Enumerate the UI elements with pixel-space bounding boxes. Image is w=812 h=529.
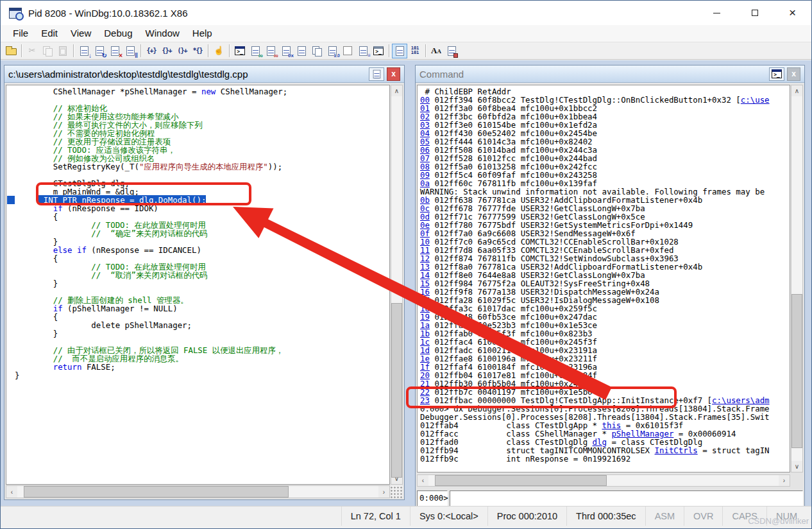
toolbar-separator [229, 44, 230, 57]
font-icon: A [437, 48, 441, 55]
source-mode-icon [396, 46, 404, 56]
command-body: # ChildEBP RetAddr00 012ff394 60f8bcc2 T… [416, 83, 804, 508]
scroll-track[interactable] [391, 96, 402, 473]
toolbar-open-source-file[interactable] [3, 44, 19, 58]
scroll-track[interactable] [791, 96, 802, 461]
command-output[interactable]: # ChildEBP RetAddr00 012ff394 60f8bcc2 T… [417, 85, 790, 473]
toolbar-run-to-cursor[interactable]: *{} [190, 44, 205, 58]
mdi-area: c:\users\administrator\desktop\testdlg\t… [1, 60, 811, 506]
toolbar-processes-window[interactable]: ≡ [355, 44, 371, 58]
toolbar-go[interactable]: ↓ [76, 44, 92, 58]
code-line: CShellManager *pShellManager = new CShel… [15, 87, 287, 96]
source-close-button[interactable]: x [387, 67, 400, 81]
menu-bar: FileEditViewDebugWindowHelp [1, 25, 811, 42]
hyperlink[interactable]: InitCtrls [655, 446, 698, 455]
scroll-down-button[interactable]: ∨ [791, 461, 802, 472]
code-line: } [15, 371, 287, 379]
toolbar-step-over[interactable]: {}+ [159, 44, 174, 58]
menu-edit[interactable]: Edit [35, 25, 64, 42]
toolbar-locals-window[interactable]: ∞ [263, 44, 278, 58]
watch-window-icon: ∞ [258, 53, 263, 59]
processes-window-icon [359, 46, 368, 56]
toolbar-restart[interactable]: ↻ [92, 44, 107, 58]
source-horizontal-scrollbar[interactable]: ‹ › [6, 485, 390, 498]
toolbar-disassembly-window[interactable]: 1.0 [325, 44, 340, 58]
minimize-icon [713, 13, 720, 13]
toolbar-watch-window[interactable]: ∞ [248, 44, 263, 58]
hyperlink[interactable]: c:\use [741, 95, 770, 105]
command-window-icon: >_ [235, 46, 245, 55]
scroll-left-button[interactable]: ‹ [6, 486, 17, 498]
toolbar-step-into[interactable]: {+} [144, 44, 159, 58]
command-input[interactable] [450, 490, 803, 507]
resize-grip[interactable] [391, 485, 403, 498]
code-area[interactable]: CShellManager *pShellManager = new CShel… [6, 85, 390, 485]
toolbar-script-window[interactable]: >_ [371, 44, 386, 58]
text-segment: SetRegistryKey(_T( [15, 162, 139, 171]
minimize-button[interactable] [698, 1, 736, 25]
scroll-left-button[interactable]: ‹ [418, 475, 428, 486]
current-line-indicator [7, 196, 15, 204]
toolbar-source-mode[interactable] [392, 44, 407, 58]
menu-window[interactable]: Window [139, 25, 185, 42]
code-line: SetRegistryKey(_T("应用程序向导生成的本地应用程序")); [15, 162, 287, 171]
text-segment: } [15, 329, 58, 338]
scroll-up-button[interactable]: ∧ [391, 85, 402, 96]
scroll-track[interactable] [17, 486, 378, 498]
toolbar-number-format[interactable]: 101101 [407, 44, 423, 58]
source-vertical-scrollbar[interactable]: ∧ ∨ [391, 85, 403, 485]
text-segment: CShellManager; [216, 87, 287, 96]
command-dock-button[interactable]: >_ [769, 67, 784, 81]
command-vertical-scrollbar[interactable]: ∧ ∨ [791, 85, 803, 473]
scroll-thumb[interactable] [435, 475, 607, 486]
scroll-thumb[interactable] [791, 294, 802, 448]
menu-help[interactable]: Help [186, 25, 219, 42]
text-segment: new [201, 87, 216, 96]
toolbar-registers-window[interactable]: 0x [278, 44, 294, 58]
toolbar-memory-window[interactable] [294, 44, 309, 58]
scroll-up-button[interactable]: ∧ [791, 85, 802, 96]
memory-window-icon [298, 46, 306, 56]
toolbar-options[interactable] [444, 44, 459, 58]
toolbar-raise-break[interactable]: ☝ [211, 44, 226, 58]
toolbar-step-out[interactable]: (}+ [174, 44, 190, 58]
toolbar-copy [40, 44, 55, 58]
toolbar-font[interactable]: AA [428, 44, 444, 58]
scroll-thumb[interactable] [391, 303, 402, 478]
toolbar-paste [55, 44, 71, 58]
toolbar-stop-debugging[interactable]: × [107, 44, 123, 58]
text-segment: (pShellManager != NULL) [63, 304, 178, 313]
close-button[interactable]: × [774, 1, 811, 25]
paste-icon [59, 46, 67, 56]
scroll-right-button[interactable]: › [378, 486, 389, 498]
break-icon: ‖ [135, 53, 138, 59]
scroll-track[interactable] [428, 475, 779, 486]
menu-debug[interactable]: Debug [97, 25, 139, 42]
command-horizontal-scrollbar[interactable]: ‹ › [417, 474, 790, 487]
status-line-col: Ln 72, Col 1 [341, 507, 410, 526]
menu-file[interactable]: File [6, 25, 35, 42]
number-format-icon: 101101 [411, 46, 419, 55]
scroll-right-button[interactable]: › [779, 475, 790, 486]
toolbar-command-window[interactable]: >_ [232, 44, 248, 58]
toolbar-break[interactable]: ‖ [123, 44, 138, 58]
step-over-icon: {}+ [162, 48, 171, 54]
maximize-button[interactable] [736, 1, 774, 25]
disassembly-window-icon: 1.0 [334, 53, 340, 59]
source-window: c:\users\administrator\desktop\testdlg\t… [4, 65, 405, 500]
source-code: CShellManager *pShellManager = new CShel… [15, 87, 287, 379]
text-segment: } [15, 370, 19, 380]
toolbar-scratch-pad[interactable] [340, 44, 355, 58]
menu-view[interactable]: View [64, 25, 97, 42]
scroll-thumb[interactable] [24, 486, 289, 498]
status-fields: Ln 72, Col 1Sys 0:<Local>Proc 000:2010Th… [341, 507, 806, 526]
step-out-icon: (}+ [177, 48, 187, 54]
script-window-icon: >_ [373, 46, 384, 55]
source-dock-button[interactable] [369, 67, 384, 81]
options-icon [453, 53, 458, 58]
text-segment: } [15, 279, 58, 288]
call-stack-window-icon [312, 46, 321, 56]
toolbar-call-stack-window[interactable] [309, 44, 325, 58]
command-close-button[interactable]: x [787, 67, 800, 81]
status-system: Sys 0:<Local> [410, 507, 487, 526]
